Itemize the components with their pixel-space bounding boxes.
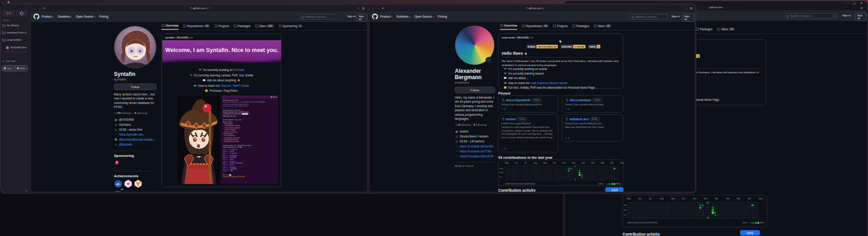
contribution-cell[interactable] — [731, 214, 734, 217]
contribution-cell[interactable] — [544, 165, 546, 167]
contribution-cell[interactable] — [712, 217, 714, 219]
contribution-cell[interactable] — [518, 172, 520, 174]
contribution-cell[interactable] — [652, 204, 654, 207]
contribution-cell[interactable] — [679, 207, 682, 209]
contribution-cell[interactable] — [627, 217, 629, 219]
contribution-cell[interactable] — [632, 207, 634, 209]
contribution-cell[interactable] — [640, 207, 642, 209]
nav-item-open-source[interactable]: Open Source ▾ — [76, 15, 95, 18]
contribution-cell[interactable] — [576, 168, 578, 170]
contribution-cell[interactable] — [507, 168, 509, 170]
contribution-cell[interactable] — [670, 204, 672, 207]
contribution-cell[interactable] — [561, 168, 563, 170]
contribution-cell[interactable] — [704, 217, 707, 219]
contribution-cell[interactable] — [553, 172, 555, 174]
contribution-cell[interactable] — [572, 179, 574, 180]
contribution-cell[interactable] — [566, 172, 567, 174]
contribution-cell[interactable] — [675, 204, 677, 207]
contribution-cell[interactable] — [672, 214, 674, 217]
contribution-cell[interactable] — [670, 207, 672, 209]
contribution-cell[interactable] — [694, 207, 697, 209]
contribution-cell[interactable] — [645, 204, 647, 207]
minimize-button[interactable]: – — [847, 1, 849, 5]
contribution-cell[interactable] — [568, 168, 570, 170]
sign-up-button[interactable]: Sign up — [356, 14, 367, 22]
contribution-cell[interactable] — [640, 204, 642, 207]
contribution-cell[interactable] — [704, 209, 707, 212]
contribution-cell[interactable] — [524, 172, 526, 174]
contribution-cell[interactable] — [555, 176, 557, 178]
contribution-cell[interactable] — [587, 172, 589, 174]
tab-packages[interactable]: Packages — [572, 24, 590, 30]
contribution-cell[interactable] — [717, 209, 719, 212]
contribution-cell[interactable] — [751, 207, 754, 209]
contribution-cell[interactable] — [687, 217, 689, 219]
contribution-cell[interactable] — [546, 176, 548, 178]
contribution-cell[interactable] — [687, 202, 689, 204]
contribution-cell[interactable] — [538, 179, 539, 180]
contribution-cell[interactable] — [647, 212, 649, 214]
contribution-cell[interactable] — [637, 212, 639, 214]
contribution-cell[interactable] — [535, 168, 537, 170]
contribution-cell[interactable] — [605, 165, 607, 167]
contribution-cell[interactable] — [736, 209, 739, 212]
blocked-icon[interactable]: ⊗ — [860, 6, 863, 10]
contribution-cell[interactable] — [635, 214, 637, 217]
contribution-cell[interactable] — [682, 214, 684, 217]
contribution-cell[interactable] — [660, 217, 662, 219]
contribution-cell[interactable] — [613, 165, 615, 167]
contribution-cell[interactable] — [749, 212, 751, 214]
contribution-cell[interactable] — [702, 209, 704, 212]
sign-in-link[interactable]: Sign in — [347, 15, 355, 18]
search-input[interactable]: Search or jump to... — [630, 14, 668, 19]
contribution-cell[interactable] — [507, 179, 509, 180]
contribution-cell[interactable] — [511, 176, 513, 178]
contribution-cell[interactable] — [544, 170, 546, 172]
contribution-cell[interactable] — [594, 172, 596, 174]
contribution-cell[interactable] — [611, 172, 613, 174]
panel-icon[interactable]: ▤ — [362, 6, 365, 10]
contribution-cell[interactable] — [559, 179, 561, 180]
contribution-cell[interactable] — [746, 212, 749, 214]
contribution-cell[interactable] — [704, 204, 707, 207]
contribution-cell[interactable] — [598, 176, 600, 178]
contribution-cell[interactable] — [687, 212, 689, 214]
followers-line[interactable]: ㋡ 0 followers · 2 following — [455, 123, 495, 127]
contribution-cell[interactable] — [603, 168, 604, 170]
contribution-cell[interactable] — [505, 168, 507, 170]
contribution-cell[interactable] — [618, 168, 620, 170]
contribution-cell[interactable] — [576, 170, 578, 172]
contribution-cell[interactable] — [707, 204, 709, 207]
contribution-cell[interactable] — [542, 179, 544, 180]
contribution-cell[interactable] — [535, 170, 537, 172]
contribution-cell[interactable] — [607, 179, 609, 180]
contribution-cell[interactable] — [579, 165, 580, 167]
contribution-cell[interactable] — [514, 176, 515, 178]
contribution-cell[interactable] — [645, 202, 647, 204]
contribution-cell[interactable] — [675, 209, 677, 212]
contribution-cell[interactable] — [540, 174, 542, 176]
contribution-cell[interactable] — [652, 214, 654, 217]
contribution-cell[interactable] — [719, 209, 722, 212]
contribution-cell[interactable] — [524, 170, 526, 172]
contribution-cell[interactable] — [694, 214, 697, 217]
contribution-cell[interactable] — [598, 174, 600, 176]
contribution-cell[interactable] — [524, 168, 526, 170]
contribution-cell[interactable] — [529, 168, 531, 170]
contribution-cell[interactable] — [675, 207, 677, 209]
contribution-cell[interactable] — [744, 202, 746, 204]
contribution-cell[interactable] — [704, 212, 707, 214]
contribution-cell[interactable] — [616, 174, 618, 176]
contribution-cell[interactable] — [542, 170, 544, 172]
contribution-cell[interactable] — [553, 168, 555, 170]
contribution-cell[interactable] — [751, 204, 754, 207]
contribution-cell[interactable] — [600, 174, 602, 176]
contribution-cell[interactable] — [744, 204, 746, 207]
url-text[interactable]: ⛨ github.com ⇵ — [190, 7, 209, 10]
contribution-cell[interactable] — [672, 202, 674, 204]
contribution-cell[interactable] — [722, 202, 724, 204]
contribution-cell[interactable] — [746, 209, 749, 212]
contribution-cell[interactable] — [667, 217, 669, 219]
contribution-cell[interactable] — [600, 168, 602, 170]
contribution-cell[interactable] — [507, 165, 509, 167]
